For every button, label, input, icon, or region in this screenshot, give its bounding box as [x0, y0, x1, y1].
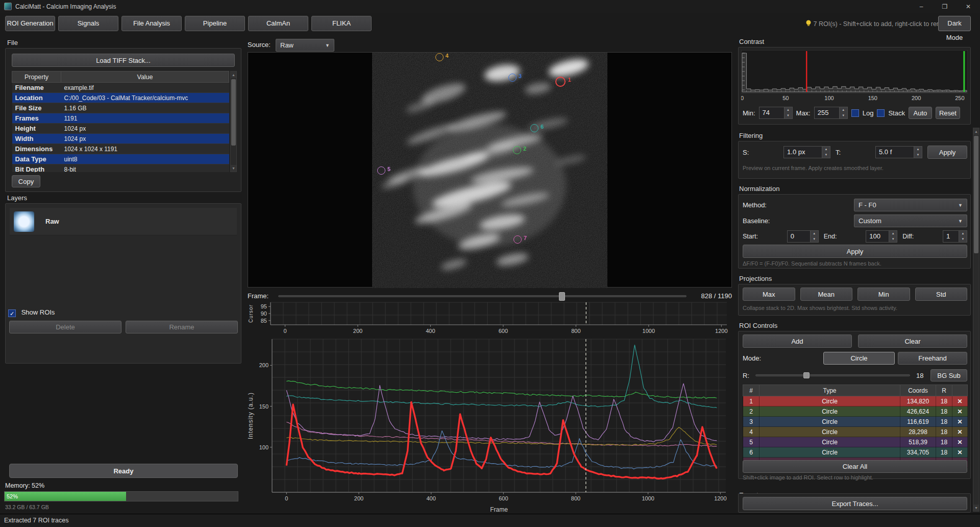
projection-max-button[interactable]: Max	[743, 288, 795, 301]
tab-file-analysis[interactable]: File Analysis	[121, 16, 182, 31]
table-row[interactable]: Filename example.tif	[12, 83, 229, 93]
lightbulb-icon	[805, 20, 812, 27]
table-row[interactable]: Width 1024 px	[12, 134, 229, 144]
tab-roi-generation[interactable]: ROI Generation	[5, 16, 55, 31]
end-spinbox[interactable]: 100▲▼	[866, 230, 897, 243]
intensity-traces-plot[interactable]: 020040060080010001200100150200Intensity …	[248, 336, 732, 515]
roi-col-del	[952, 385, 968, 396]
mode-circle-button[interactable]: Circle	[823, 352, 895, 365]
tab-signals[interactable]: Signals	[58, 16, 118, 31]
roi-table-row[interactable]: 5 Circle 518,39 18 ✕	[743, 437, 968, 447]
mode-freehand-button[interactable]: Freehand	[898, 352, 967, 365]
roi-table-row[interactable]: 6 Circle 334,705 18 ✕	[743, 447, 968, 458]
file-table-scrollbar[interactable]: ▲▼	[230, 71, 237, 172]
roi-delete-button[interactable]: ✕	[952, 417, 968, 427]
roi-delete-button[interactable]: ✕	[952, 406, 968, 417]
s-spinbox[interactable]: 1.0 px▲▼	[783, 146, 830, 158]
roi-marker[interactable]: 2	[513, 146, 521, 154]
clear-all-button[interactable]: Clear All	[743, 460, 967, 473]
right-panel-scrollbar[interactable]: ▲▼	[973, 128, 979, 512]
bg-sub-button[interactable]: BG Sub	[930, 369, 967, 381]
table-row[interactable]: Bit Depth 8-bit	[12, 164, 229, 173]
maximize-button[interactable]: ❐	[933, 0, 957, 13]
show-rois-checkbox[interactable]: ✓	[8, 309, 16, 317]
roi-table-row[interactable]: 3 Circle 116,619 18 ✕	[743, 417, 968, 427]
table-row[interactable]: Data Type uint8	[12, 154, 229, 164]
table-row[interactable]: Dimensions 1024 x 1024 x 1191	[12, 144, 229, 154]
tab-calman[interactable]: CalmAn	[248, 16, 308, 31]
delete-button[interactable]: Delete	[9, 321, 121, 333]
normalization-group: Method: F - F0▼ Baseline: Custom▼ Start:…	[738, 194, 971, 269]
layer-item-raw[interactable]: Raw	[10, 208, 237, 235]
roi-marker[interactable]: 4	[435, 53, 444, 61]
export-traces-button[interactable]: Export Traces...	[743, 497, 967, 510]
roi-r: 18	[936, 396, 952, 406]
copy-button[interactable]: Copy	[12, 175, 40, 187]
min-label: Min:	[743, 109, 755, 117]
radius-label: R:	[743, 372, 749, 379]
t-spinbox[interactable]: 5.0 f▲▼	[875, 146, 922, 158]
roi-marker-label: 4	[446, 53, 449, 59]
roi-table-row[interactable]: 1 Circle 134,820 18 ✕	[743, 396, 968, 406]
projection-std-button[interactable]: Std	[915, 288, 968, 301]
min-spinbox[interactable]: 74▲▼	[759, 107, 793, 119]
roi-delete-button[interactable]: ✕	[952, 437, 968, 447]
roi-delete-button[interactable]: ✕	[952, 396, 968, 406]
property-name: Dimensions	[12, 144, 61, 154]
stack-checkbox[interactable]	[877, 109, 885, 117]
chevron-down-icon: ▼	[958, 203, 963, 208]
table-row[interactable]: Location C:/00_Code/03 - CalMat Tracker/…	[12, 93, 229, 103]
source-dropdown[interactable]: Raw ▼	[276, 39, 334, 52]
load-tiff-button[interactable]: Load TIFF Stack...	[12, 54, 235, 67]
roi-table-row[interactable]: 4 Circle 28,298 18 ✕	[743, 427, 968, 437]
roi-marker[interactable]: 1	[555, 77, 566, 87]
filter-apply-button[interactable]: Apply	[927, 146, 967, 159]
projection-mean-button[interactable]: Mean	[800, 288, 853, 301]
frame-slider[interactable]	[278, 295, 687, 297]
start-spinbox[interactable]: 0▲▼	[787, 230, 819, 243]
roi-add-button[interactable]: Add	[743, 334, 852, 348]
table-row[interactable]: File Size 1.16 GB	[12, 103, 229, 113]
normalization-apply-button[interactable]: Apply	[743, 245, 967, 258]
projection-min-button[interactable]: Min	[857, 288, 910, 301]
show-rois-row[interactable]: ✓ Show ROIs	[8, 308, 55, 317]
svg-text:600: 600	[499, 495, 508, 501]
log-checkbox[interactable]	[851, 109, 859, 117]
property-value: 8-bit	[61, 164, 229, 173]
table-row[interactable]: Frames 1191	[12, 113, 229, 124]
minimize-button[interactable]: –	[910, 0, 933, 13]
roi-table-row[interactable]: 2 Circle 426,624 18 ✕	[743, 406, 968, 417]
contrast-histogram[interactable]: 050100150200250	[741, 50, 968, 104]
close-button[interactable]: ✕	[957, 0, 980, 13]
roi-clear-button[interactable]: Clear	[858, 334, 967, 348]
method-dropdown[interactable]: F - F0▼	[854, 199, 967, 211]
roi-table-wrap: # Type Coords R 1 Circle 134,820 18 ✕2 C…	[743, 385, 968, 468]
radius-slider-handle[interactable]	[803, 372, 810, 378]
roi-marker[interactable]: 5	[377, 166, 385, 175]
rename-button[interactable]: Rename	[126, 321, 238, 333]
baseline-dropdown[interactable]: Custom▼	[854, 214, 967, 227]
image-view[interactable]: 1234567	[248, 52, 732, 288]
table-row[interactable]: Height 1024 px	[12, 124, 229, 134]
diff-spinbox[interactable]: 1▲▼	[943, 230, 967, 243]
svg-text:100: 100	[824, 95, 834, 101]
roi-type: Circle	[760, 427, 900, 437]
roi-marker[interactable]: 6	[530, 124, 538, 132]
svg-text:95: 95	[261, 303, 267, 309]
roi-marker-label: 6	[541, 124, 544, 130]
max-label: Max:	[796, 109, 811, 117]
roi-marker-label: 2	[523, 146, 526, 152]
dark-mode-button[interactable]: Dark Mode	[938, 16, 971, 31]
auto-button[interactable]: Auto	[909, 107, 932, 119]
roi-marker[interactable]: 3	[508, 74, 517, 82]
roi-delete-button[interactable]: ✕	[952, 447, 968, 458]
reset-button[interactable]: Reset	[936, 107, 960, 119]
radius-slider[interactable]	[755, 374, 910, 376]
tab-pipeline[interactable]: Pipeline	[185, 16, 245, 31]
start-label: Start:	[743, 233, 758, 240]
max-spinbox[interactable]: 255▲▼	[814, 107, 848, 119]
tab-flika[interactable]: FLIKA	[311, 16, 372, 31]
frame-slider-handle[interactable]	[559, 292, 565, 301]
roi-marker[interactable]: 7	[513, 235, 522, 244]
roi-delete-button[interactable]: ✕	[952, 427, 968, 437]
